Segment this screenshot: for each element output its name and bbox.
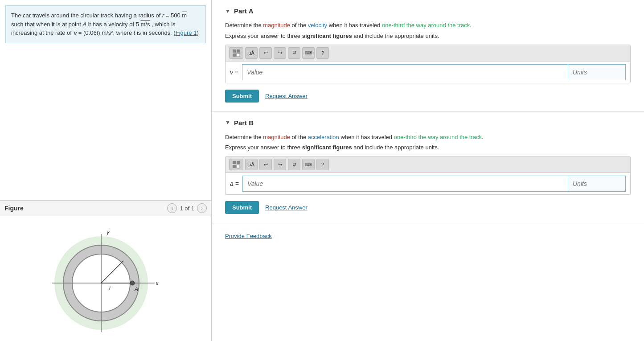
part-a-matrix-btn[interactable] <box>229 47 243 59</box>
svg-text:A: A <box>134 286 138 292</box>
part-b-units-input[interactable] <box>568 176 626 192</box>
figure-prev-button[interactable]: ‹ <box>167 203 177 213</box>
figure-canvas: y x r <box>0 216 211 341</box>
part-a-description: Determine the magnitude of the velocity … <box>225 21 631 30</box>
part-b-redo-btn[interactable]: ↪ <box>274 159 286 170</box>
part-a-request-answer-button[interactable]: Request Answer <box>265 93 308 99</box>
svg-rect-18 <box>237 161 240 164</box>
part-a-highlight-magnitude: magnitude <box>263 22 290 29</box>
provide-feedback-button[interactable]: Provide Feedback <box>225 233 272 239</box>
part-b-keyboard-btn[interactable]: ⌨ <box>302 159 315 170</box>
matrix-icon <box>232 49 240 57</box>
figure-section: Figure ‹ 1 of 1 › y x <box>0 200 211 341</box>
part-a-highlight-fraction: one-third the way around the track <box>382 22 470 29</box>
matrix-icon-b <box>232 160 240 168</box>
svg-text:y: y <box>106 229 110 235</box>
part-b-toolbar: μÅ ↩ ↪ ↺ ⌨ ? <box>226 156 630 173</box>
part-b-answer-box: μÅ ↩ ↪ ↺ ⌨ ? a = <box>225 156 631 195</box>
part-a-instruction: Express your answer to three significant… <box>225 33 631 39</box>
part-b-reset-btn[interactable]: ↺ <box>288 159 300 170</box>
part-a-reset-btn[interactable]: ↺ <box>288 47 300 59</box>
part-a-section: ▼ Part A Determine the magnitude of the … <box>212 0 644 112</box>
part-a-label: v = <box>230 69 238 76</box>
part-a-highlight-velocity: velocity <box>308 22 327 29</box>
svg-text:x: x <box>155 280 159 287</box>
part-b-header: ▼ Part B <box>225 119 631 127</box>
part-a-redo-btn[interactable]: ↪ <box>274 47 286 59</box>
svg-rect-15 <box>233 53 236 57</box>
svg-rect-13 <box>233 49 236 53</box>
part-b-description: Determine the magnitude of the accelerat… <box>225 133 631 142</box>
part-a-title: Part A <box>234 7 254 15</box>
part-a-units-input[interactable] <box>568 64 626 80</box>
part-b-undo-btn[interactable]: ↩ <box>259 159 272 170</box>
svg-rect-16 <box>237 53 240 57</box>
part-b-input-row: a = <box>226 173 630 194</box>
figure-title: Figure <box>4 205 24 212</box>
figure-header: Figure ‹ 1 of 1 › <box>0 201 211 216</box>
part-a-help-btn[interactable]: ? <box>316 47 329 59</box>
diagram-container: y x r <box>0 216 211 341</box>
part-a-mu-btn[interactable]: μÅ <box>245 47 258 59</box>
part-a-keyboard-btn[interactable]: ⌨ <box>302 47 315 59</box>
part-a-undo-btn[interactable]: ↩ <box>259 47 272 59</box>
problem-text: The car travels around the circular trac… <box>5 5 206 43</box>
part-b-title: Part B <box>234 119 254 127</box>
part-b-matrix-btn[interactable] <box>229 159 243 170</box>
right-panel: ▼ Part A Determine the magnitude of the … <box>212 0 644 341</box>
svg-point-11 <box>130 281 135 285</box>
svg-rect-19 <box>233 165 236 168</box>
part-b-help-btn[interactable]: ? <box>316 159 329 170</box>
figure-nav: ‹ 1 of 1 › <box>167 203 207 213</box>
track-diagram: y x r <box>39 225 172 337</box>
left-panel: The car travels around the circular trac… <box>0 0 212 341</box>
part-b-section: ▼ Part B Determine the magnitude of the … <box>212 112 644 224</box>
part-b-highlight-magnitude: magnitude <box>263 134 290 140</box>
part-a-input-row: v = <box>226 62 630 83</box>
part-a-submit-button[interactable]: Submit <box>225 90 259 103</box>
part-a-toolbar: μÅ ↩ ↪ ↺ ⌨ ? <box>226 45 630 62</box>
part-b-collapse[interactable]: ▼ <box>225 119 230 126</box>
part-b-actions: Submit Request Answer <box>225 201 631 214</box>
part-b-label: a = <box>230 180 239 187</box>
svg-rect-17 <box>233 161 236 164</box>
part-b-submit-button[interactable]: Submit <box>225 201 259 214</box>
part-a-header: ▼ Part A <box>225 7 631 15</box>
feedback-section: Provide Feedback <box>212 223 644 248</box>
svg-rect-14 <box>237 49 240 53</box>
part-b-highlight-acceleration: acceleration <box>308 134 339 140</box>
part-a-value-input[interactable] <box>242 64 568 80</box>
part-b-request-answer-button[interactable]: Request Answer <box>265 204 308 211</box>
part-b-mu-btn[interactable]: μÅ <box>245 159 258 170</box>
part-b-instruction: Express your answer to three significant… <box>225 144 631 151</box>
figure-count: 1 of 1 <box>180 205 194 212</box>
figure-link[interactable]: Figure 1 <box>176 29 197 36</box>
figure-next-button[interactable]: › <box>197 203 207 213</box>
svg-rect-20 <box>237 165 240 168</box>
part-b-value-input[interactable] <box>242 176 568 192</box>
part-a-actions: Submit Request Answer <box>225 90 631 103</box>
part-b-highlight-fraction: one-third the way around the track <box>394 134 482 140</box>
part-a-answer-box: μÅ ↩ ↪ ↺ ⌨ ? v = <box>225 45 631 83</box>
part-a-collapse[interactable]: ▼ <box>225 8 230 14</box>
